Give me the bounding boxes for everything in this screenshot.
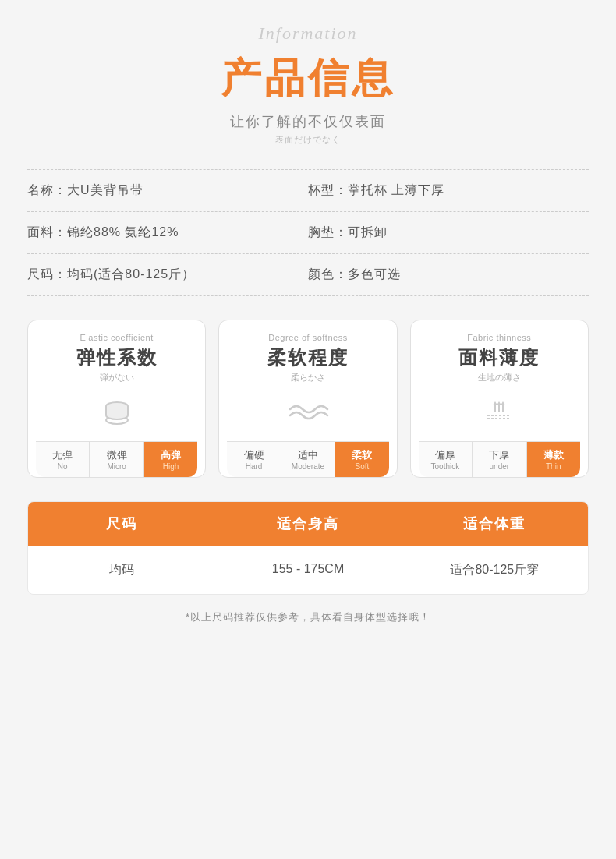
elastic-title-en: Elastic coefficient	[80, 333, 154, 342]
header-section: Information 产品信息 让你了解的不仅仅表面 表面だけでなく	[0, 23, 616, 146]
svg-rect-5	[106, 411, 128, 415]
thin-option-thin[interactable]: 薄款 Thin	[527, 442, 580, 477]
size-header-1: 尺码	[28, 502, 214, 546]
info-row-2: 面料：锦纶88% 氨纶12% 胸垫：可拆卸	[27, 212, 589, 254]
thin-option-thick[interactable]: 偏厚 Toothick	[419, 442, 473, 477]
size-header-3: 适合体重	[402, 502, 588, 546]
thin-options: 偏厚 Toothick 下厚 under 薄款 Thin	[419, 441, 580, 477]
elastic-option-high[interactable]: 高弹 High	[144, 442, 197, 477]
subtitle-cn: 让你了解的不仅仅表面	[0, 112, 616, 131]
info-table: 名称：大U美背吊带 杯型：掌托杯 上薄下厚 面料：锦纶88% 氨纶12% 胸垫：…	[27, 169, 589, 296]
soft-options: 偏硬 Hard 适中 Moderate 柔软 Soft	[227, 441, 388, 477]
elastic-title-cn: 弹性系数	[76, 345, 158, 370]
information-label: Information	[0, 23, 616, 44]
size-table: 尺码 适合身高 适合体重 均码 155 - 175CM 适合80-125斤穿	[27, 501, 589, 595]
info-cell-cup: 杯型：掌托杯 上薄下厚	[308, 182, 589, 199]
page-title: 产品信息	[0, 51, 616, 106]
soft-title-en: Degree of softness	[268, 333, 347, 342]
elastic-icon	[100, 391, 134, 430]
svg-marker-11	[497, 401, 501, 405]
info-cell-name: 名称：大U美背吊带	[27, 182, 308, 199]
soft-title-cn: 柔软程度	[267, 345, 349, 370]
subtitle-jp: 表面だけでなく	[0, 134, 616, 146]
soft-icon	[287, 391, 329, 430]
info-cell-material: 面料：锦纶88% 氨纶12%	[27, 224, 308, 241]
thin-card: Fabric thinness 面料薄度 生地の薄さ 偏厚	[410, 320, 589, 478]
size-table-header: 尺码 适合身高 适合体重	[28, 502, 588, 546]
thin-option-under[interactable]: 下厚 under	[473, 442, 526, 477]
info-cell-pad: 胸垫：可拆卸	[308, 224, 589, 241]
size-table-row-1: 均码 155 - 175CM 适合80-125斤穿	[28, 546, 588, 594]
elastic-option-no[interactable]: 无弹 No	[36, 442, 90, 477]
svg-marker-15	[501, 401, 505, 405]
elastic-options: 无弹 No 微弹 Micro 高弹 High	[36, 441, 197, 477]
thin-title-jp: 生地の薄さ	[478, 372, 521, 384]
info-cell-size: 尺码：均码(适合80-125斤）	[27, 267, 308, 283]
size-header-2: 适合身高	[214, 502, 401, 546]
footer-note: *以上尺码推荐仅供参考，具体看自身体型选择哦！	[27, 610, 589, 624]
svg-marker-13	[493, 401, 497, 405]
soft-option-soft[interactable]: 柔软 Soft	[335, 442, 388, 477]
thin-title-cn: 面料薄度	[458, 345, 540, 370]
info-cell-color: 颜色：多色可选	[308, 267, 589, 283]
info-row-3: 尺码：均码(适合80-125斤） 颜色：多色可选	[27, 254, 589, 296]
elastic-card: Elastic coefficient 弹性系数 弾がない 无	[27, 320, 206, 478]
soft-title-jp: 柔らかさ	[291, 372, 325, 384]
soft-card: Degree of softness 柔软程度 柔らかさ 偏硬 Hard 适中 …	[218, 320, 397, 478]
thin-icon	[480, 391, 519, 430]
elastic-title-jp: 弾がない	[100, 372, 134, 384]
elastic-option-micro[interactable]: 微弹 Micro	[90, 442, 143, 477]
size-cell-1: 均码	[28, 546, 214, 594]
soft-option-hard[interactable]: 偏硬 Hard	[227, 442, 281, 477]
soft-option-moderate[interactable]: 适中 Moderate	[281, 442, 335, 477]
thin-title-en: Fabric thinness	[467, 333, 531, 342]
size-cell-2: 155 - 175CM	[214, 546, 401, 594]
info-row-1: 名称：大U美背吊带 杯型：掌托杯 上薄下厚	[27, 169, 589, 212]
rating-cards: Elastic coefficient 弹性系数 弾がない 无	[27, 320, 589, 478]
size-cell-3: 适合80-125斤穿	[402, 546, 588, 594]
